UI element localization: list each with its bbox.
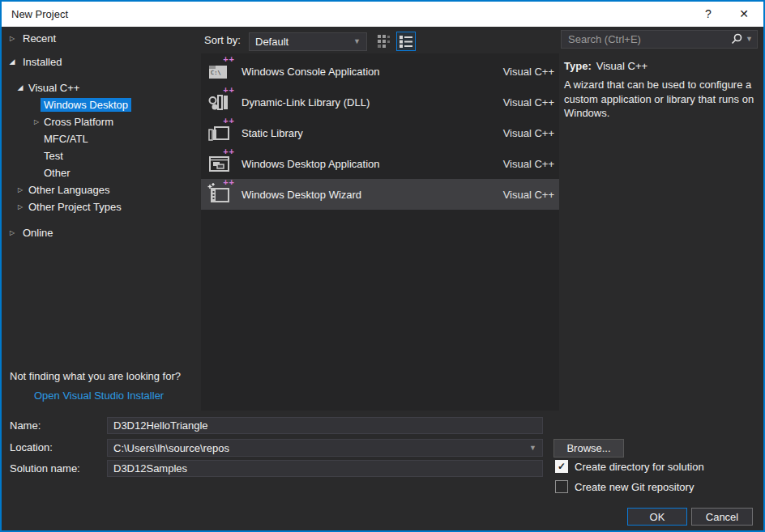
name-label: Name:: [10, 419, 41, 433]
type-value: Visual C++: [596, 60, 647, 72]
chevron-down-icon[interactable]: ▼: [529, 440, 536, 456]
small-icons-view-button[interactable]: [377, 34, 393, 49]
desktop-wizard-icon: ++: [207, 181, 233, 207]
chevron-down-icon[interactable]: ▼: [746, 31, 753, 48]
create-git-label: Create new Git repository: [575, 481, 694, 493]
list-view-icon: [400, 36, 412, 48]
sidebar-item-cross-platform[interactable]: ▷ Cross Platform: [2, 113, 201, 130]
sidebar-item-other-languages[interactable]: ▷ Other Languages: [2, 181, 201, 198]
new-project-dialog: New Project ? ✕ ▷ Recent ◢ Installed ◢ V…: [0, 0, 765, 532]
help-button[interactable]: ?: [692, 2, 724, 27]
small-icons-grid-icon: [378, 35, 392, 48]
svg-text:C:\: C:\: [211, 70, 221, 76]
solution-name-input[interactable]: [108, 461, 542, 476]
template-item-windows-desktop-application[interactable]: ++ Windows Desktop Application Visual C+…: [201, 148, 559, 179]
chevron-collapsed-icon[interactable]: ▷: [15, 198, 26, 215]
browse-button[interactable]: Browse...: [553, 439, 624, 458]
create-directory-label: Create directory for solution: [575, 461, 704, 473]
list-view-button[interactable]: [396, 32, 416, 51]
check-icon: ✓: [558, 461, 566, 472]
chevron-collapsed-icon[interactable]: ▷: [6, 30, 18, 47]
name-field-wrap: [107, 417, 543, 434]
template-item-windows-desktop-wizard[interactable]: ++ Windows Desktop Wizard Visual C++: [201, 179, 559, 210]
template-type-row: Type:Visual C++: [564, 60, 759, 72]
chevron-expanded-icon[interactable]: ◢: [6, 53, 18, 70]
chevron-collapsed-icon[interactable]: ▷: [6, 224, 18, 241]
create-directory-checkbox-row: ✓ Create directory for solution: [555, 460, 704, 473]
sort-dropdown[interactable]: Default ▼: [249, 32, 367, 51]
sidebar-item-windows-desktop[interactable]: Windows Desktop: [2, 96, 201, 113]
static-library-icon: ++: [207, 120, 233, 146]
ok-button[interactable]: OK: [627, 508, 687, 526]
template-item-windows-console-application[interactable]: C:\ ++ Windows Console Application Visua…: [201, 56, 559, 87]
chevron-collapsed-icon[interactable]: ▷: [15, 181, 26, 198]
sidebar-item-installed[interactable]: ◢ Installed: [2, 53, 201, 70]
location-input[interactable]: [108, 440, 526, 456]
sidebar-item-recent[interactable]: ▷ Recent: [2, 30, 201, 47]
template-list: C:\ ++ Windows Console Application Visua…: [201, 53, 559, 411]
create-directory-checkbox[interactable]: ✓: [555, 460, 568, 473]
project-name-input[interactable]: [108, 418, 542, 433]
console-application-icon: C:\ ++: [207, 58, 233, 84]
sidebar-item-mfc-atl[interactable]: MFC/ATL: [2, 130, 201, 147]
chevron-expanded-icon[interactable]: ◢: [15, 79, 26, 96]
dialog-title: New Project: [11, 2, 68, 27]
sidebar-item-online[interactable]: ▷ Online: [2, 224, 201, 241]
template-item-static-library[interactable]: ++ Static Library Visual C++: [201, 117, 559, 148]
solution-field-wrap: [107, 460, 543, 477]
close-button[interactable]: ✕: [728, 2, 760, 27]
template-description: A wizard that can be used to configure a…: [564, 78, 757, 121]
desktop-application-icon: ++: [207, 151, 233, 177]
chevron-down-icon: ▼: [353, 33, 361, 50]
type-label: Type:: [564, 60, 592, 72]
open-installer-link[interactable]: Open Visual Studio Installer: [34, 389, 164, 402]
not-finding-text: Not finding what you are looking for?: [10, 370, 181, 382]
template-item-dynamic-link-library[interactable]: ++ Dynamic-Link Library (DLL) Visual C++: [201, 87, 559, 117]
category-tree: ▷ Recent ◢ Installed ◢ Visual C++ Window…: [2, 30, 201, 241]
create-git-checkbox[interactable]: [555, 480, 568, 493]
location-field-wrap: ▼: [107, 439, 543, 457]
sort-by-label: Sort by:: [204, 34, 241, 46]
selected-tree-item-highlight: Windows Desktop: [41, 98, 131, 112]
sidebar-item-other[interactable]: Other: [2, 164, 201, 181]
solution-name-label: Solution name:: [10, 462, 80, 476]
dll-icon: ++: [207, 89, 233, 115]
search-icon[interactable]: [731, 33, 742, 47]
title-bar: New Project ? ✕: [2, 2, 763, 27]
sidebar-item-test[interactable]: Test: [2, 147, 201, 164]
cancel-button[interactable]: Cancel: [691, 508, 753, 526]
location-label: Location:: [10, 440, 53, 455]
search-input[interactable]: [562, 31, 724, 48]
search-box: ▼: [561, 30, 758, 49]
chevron-collapsed-icon[interactable]: ▷: [31, 113, 42, 130]
sidebar-item-other-project-types[interactable]: ▷ Other Project Types: [2, 198, 201, 215]
create-git-checkbox-row: Create new Git repository: [555, 480, 694, 493]
sidebar-item-visual-cpp[interactable]: ◢ Visual C++: [2, 79, 201, 96]
